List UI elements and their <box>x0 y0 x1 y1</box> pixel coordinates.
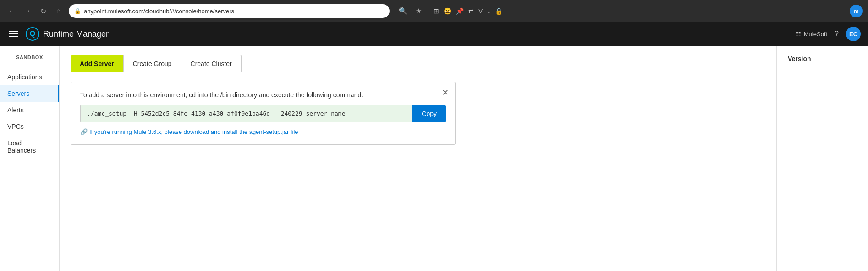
hamburger-line <box>9 31 18 32</box>
toolbar: Add Server Create Group Create Cluster <box>71 55 765 72</box>
help-button[interactable]: ? <box>835 30 839 38</box>
browser-chrome: ← → ↻ ⌂ 🔒 anypoint.mulesoft.com/cloudhub… <box>0 0 868 22</box>
sidebar: SANDBOX Applications Servers Alerts VPCs… <box>0 46 60 271</box>
loop-icon[interactable]: ⇄ <box>468 7 474 15</box>
info-panel-text: To add a server into this environment, c… <box>80 91 446 99</box>
command-row: ./amc_setup -H 5452d2c5-84fe-4130-a430-a… <box>80 105 446 122</box>
main-layout: SANDBOX Applications Servers Alerts VPCs… <box>0 46 868 271</box>
sidebar-item-load-balancers[interactable]: Load Balancers <box>0 135 59 159</box>
back-button[interactable]: ← <box>5 5 18 17</box>
browser-user-avatar[interactable]: m <box>850 5 863 17</box>
browser-nav: ← → ↻ ⌂ <box>5 5 65 17</box>
version-header: Version <box>777 46 868 72</box>
taskbar-icons: ⊞ 😀 📌 ⇄ V ↓ 🔒 <box>434 7 503 15</box>
sidebar-item-applications[interactable]: Applications <box>0 69 59 85</box>
download-icon[interactable]: ↓ <box>487 7 490 15</box>
sidebar-item-label: VPCs <box>7 123 24 130</box>
sidebar-nav: Applications Servers Alerts VPCs Load Ba… <box>0 69 59 159</box>
mulesoft-link[interactable]: ☷ MuleSoft <box>796 31 827 38</box>
extension-icon[interactable]: 🔒 <box>495 7 503 15</box>
refresh-button[interactable]: ↻ <box>37 5 49 17</box>
user-avatar[interactable]: EC <box>846 27 861 41</box>
url-text: anypoint.mulesoft.com/cloudhub/#/console… <box>84 8 234 15</box>
bookmark-icon[interactable]: ★ <box>412 5 424 17</box>
content-area: Add Server Create Group Create Cluster T… <box>60 46 776 271</box>
logo-letter: Q <box>30 30 35 38</box>
sidebar-item-label: Alerts <box>7 106 24 114</box>
add-server-button[interactable]: Add Server <box>71 55 123 72</box>
windows-icon[interactable]: ⊞ <box>434 7 439 15</box>
info-panel: To add a server into this environment, c… <box>71 82 456 145</box>
app-title: Runtime Manager <box>43 29 109 39</box>
sidebar-item-alerts[interactable]: Alerts <box>0 102 59 118</box>
app-header: Q Runtime Manager ☷ MuleSoft ? EC <box>0 22 868 46</box>
command-text[interactable]: ./amc_setup -H 5452d2c5-84fe-4130-a430-a… <box>80 105 412 122</box>
sidebar-item-label: Servers <box>7 90 29 97</box>
sidebar-item-label: Applications <box>7 73 42 81</box>
menu-button[interactable] <box>7 29 20 39</box>
link-icon: 🔗 <box>80 128 88 135</box>
mulesoft-label: MuleSoft <box>804 31 827 38</box>
sidebar-item-label: Load Balancers <box>7 139 36 154</box>
search-icon[interactable]: 🔍 <box>397 5 409 17</box>
copy-button[interactable]: Copy <box>412 105 446 122</box>
agent-setup-link[interactable]: 🔗 If you're running Mule 3.6.x, please d… <box>80 128 446 135</box>
version-column: Version <box>776 46 868 271</box>
address-bar[interactable]: 🔒 anypoint.mulesoft.com/cloudhub/#/conso… <box>69 4 390 18</box>
hamburger-line <box>9 33 18 34</box>
sidebar-item-servers[interactable]: Servers <box>0 85 59 102</box>
sidebar-item-vpcs[interactable]: VPCs <box>0 118 59 135</box>
forward-button[interactable]: → <box>21 5 34 17</box>
close-button[interactable]: ✕ <box>442 88 449 97</box>
mulesoft-icon: ☷ <box>796 31 801 38</box>
sandbox-label: SANDBOX <box>0 50 59 65</box>
create-group-button[interactable]: Create Group <box>123 55 181 72</box>
header-right: ☷ MuleSoft ? EC <box>796 27 861 41</box>
lock-icon: 🔒 <box>74 8 81 14</box>
hamburger-line <box>9 36 18 37</box>
logo-icon: Q <box>26 27 39 41</box>
browser-right: m <box>850 5 863 17</box>
emoji-icon[interactable]: 😀 <box>444 7 451 15</box>
link-text: If you're running Mule 3.6.x, please dow… <box>89 128 298 135</box>
pin-icon[interactable]: 📌 <box>456 7 464 15</box>
home-button[interactable]: ⌂ <box>52 5 65 17</box>
browser-actions: 🔍 ★ <box>397 5 424 17</box>
create-cluster-button[interactable]: Create Cluster <box>181 55 242 72</box>
vpn-icon[interactable]: V <box>478 7 483 15</box>
app-logo: Q Runtime Manager <box>26 27 109 41</box>
